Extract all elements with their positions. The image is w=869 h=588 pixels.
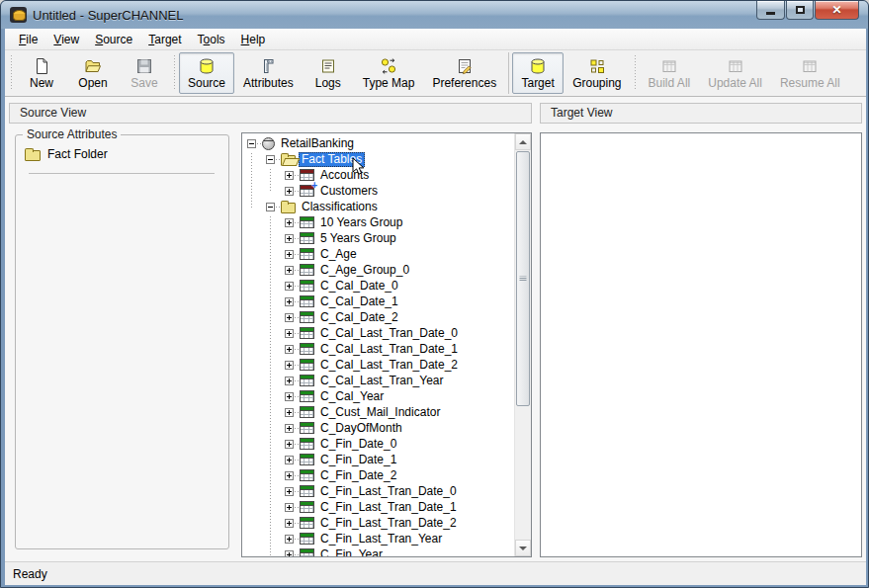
- tree-expander[interactable]: [285, 408, 294, 417]
- logs-button[interactable]: Logs: [303, 52, 354, 94]
- tree-expander[interactable]: [285, 345, 294, 354]
- menu-item[interactable]: Tools: [190, 31, 233, 48]
- title-bar[interactable]: Untitled - SuperCHANNEL ✕: [1, 1, 868, 29]
- tree-expander[interactable]: [285, 313, 294, 322]
- source-button-label: Source: [188, 76, 225, 90]
- resume-all-button[interactable]: Resume All: [771, 52, 849, 94]
- tree-item[interactable]: C_Fin_Date_2: [242, 467, 514, 483]
- tree-item[interactable]: C_Fin_Year: [242, 546, 514, 556]
- tree-item[interactable]: C_Cal_Last_Tran_Date_2: [242, 357, 514, 373]
- toolbar-gripper[interactable]: [9, 55, 14, 91]
- database-gray-icon: [262, 137, 275, 150]
- tree-expander[interactable]: [285, 361, 294, 370]
- tree-item[interactable]: 5 Years Group: [242, 230, 514, 246]
- tree-expander[interactable]: [285, 535, 294, 544]
- tree-item-label: C_Cal_Last_Tran_Year: [317, 374, 447, 388]
- tree-expander[interactable]: [285, 297, 294, 306]
- scrollbar-thumb[interactable]: [516, 151, 530, 406]
- tree-item[interactable]: RetailBanking: [242, 135, 514, 151]
- app-window: Untitled - SuperCHANNEL ✕ File View Sour…: [0, 0, 869, 588]
- tree-item[interactable]: C_Fin_Date_0: [242, 436, 514, 452]
- tree-item[interactable]: Accounts: [242, 167, 514, 183]
- open-button[interactable]: Open: [67, 52, 119, 94]
- tree-expander[interactable]: [285, 282, 294, 291]
- maximize-button[interactable]: [786, 1, 814, 20]
- tree-expander[interactable]: [285, 377, 294, 385]
- table-green-icon: [300, 343, 314, 355]
- tree-expander[interactable]: [285, 471, 294, 480]
- tree-item[interactable]: C_Cust_Mail_Indicator: [242, 404, 514, 420]
- toolbar-gripper[interactable]: [633, 55, 638, 91]
- menu-item[interactable]: Source: [87, 31, 140, 48]
- tree-item[interactable]: C_Fin_Date_1: [242, 452, 514, 467]
- target-view-header: Target View: [540, 103, 862, 124]
- tree-expander[interactable]: [285, 503, 294, 512]
- tree-item[interactable]: C_Fin_Last_Tran_Date_0: [242, 483, 514, 499]
- tree-item[interactable]: Fact Tables: [242, 151, 514, 167]
- target-button-label: Target: [521, 76, 554, 90]
- grouping-button[interactable]: Grouping: [564, 52, 630, 94]
- tree-expander[interactable]: [266, 203, 275, 211]
- tree-item[interactable]: C_Cal_Year: [242, 388, 514, 404]
- tree-item-label: 5 Years Group: [317, 231, 399, 246]
- tree-item[interactable]: C_Cal_Date_0: [242, 278, 514, 294]
- source-tree-panel: RetailBanking Fact Tables Accounts + Cus…: [241, 132, 532, 557]
- minimize-button[interactable]: [756, 1, 785, 20]
- tree-item[interactable]: Classifications: [242, 199, 514, 214]
- maximize-icon: [796, 6, 805, 14]
- tree-expander[interactable]: [285, 550, 294, 557]
- tree-expander[interactable]: [285, 519, 294, 528]
- tree-expander[interactable]: [285, 266, 294, 275]
- type-map-icon: [380, 57, 397, 75]
- menu-item[interactable]: View: [45, 31, 87, 48]
- source-button[interactable]: Source: [179, 52, 234, 94]
- tree-connector: [295, 286, 299, 287]
- tree-item[interactable]: C_Fin_Last_Tran_Year: [242, 531, 514, 546]
- preferences-button[interactable]: Preferences: [423, 52, 505, 94]
- fact-folder-item[interactable]: Fact Folder: [25, 147, 108, 161]
- typemap-button[interactable]: Type Map: [354, 52, 424, 94]
- tree-item-label: C_Cal_Last_Tran_Date_0: [317, 326, 461, 341]
- tree-expander[interactable]: [285, 424, 294, 433]
- new-button[interactable]: New: [16, 52, 67, 94]
- tree-expander[interactable]: [285, 187, 294, 196]
- toolbar-separator: [508, 52, 509, 94]
- build-all-button[interactable]: Build All: [640, 52, 700, 94]
- tree-expander[interactable]: [285, 250, 294, 259]
- tree-expander[interactable]: [285, 392, 294, 401]
- scroll-down-button[interactable]: [515, 540, 531, 556]
- tree-item[interactable]: C_Cal_Date_1: [242, 294, 514, 309]
- tree-scrollbar[interactable]: [514, 133, 531, 556]
- tree-item[interactable]: 10 Years Group: [242, 214, 514, 230]
- tree-expander[interactable]: [285, 218, 294, 227]
- tree-item[interactable]: C_Cal_Date_2: [242, 309, 514, 325]
- tree-item[interactable]: C_Cal_Last_Tran_Date_1: [242, 341, 514, 357]
- tree-expander[interactable]: [285, 171, 294, 180]
- menu-item[interactable]: File: [11, 31, 45, 48]
- menu-item[interactable]: Help: [233, 31, 274, 48]
- tree-expander[interactable]: [285, 456, 294, 464]
- tree-item[interactable]: C_Fin_Last_Tran_Date_1: [242, 499, 514, 515]
- tree-item[interactable]: C_Age: [242, 246, 514, 262]
- tree-expander[interactable]: [285, 440, 294, 449]
- tree-expander[interactable]: [285, 329, 294, 338]
- tree-item[interactable]: C_DayOfMonth: [242, 420, 514, 436]
- save-button[interactable]: Save: [119, 52, 170, 94]
- tree-expander[interactable]: [285, 487, 294, 496]
- tree-item[interactable]: + Customers: [242, 183, 514, 199]
- tree-expander[interactable]: [285, 234, 294, 243]
- tree-expander[interactable]: [247, 139, 256, 148]
- toolbar-gripper[interactable]: [172, 55, 177, 91]
- attributes-button[interactable]: Attributes: [234, 52, 303, 94]
- update-all-button-label: Update All: [708, 76, 762, 90]
- close-button[interactable]: ✕: [815, 1, 859, 20]
- tree-item[interactable]: C_Fin_Last_Tran_Date_2: [242, 515, 514, 531]
- scroll-up-button[interactable]: [515, 133, 531, 150]
- target-button[interactable]: Target: [512, 52, 564, 94]
- tree-item[interactable]: C_Cal_Last_Tran_Year: [242, 373, 514, 388]
- tree-item[interactable]: C_Cal_Last_Tran_Date_0: [242, 325, 514, 341]
- menu-item[interactable]: Target: [140, 31, 189, 48]
- tree-expander[interactable]: [266, 155, 275, 164]
- tree-item[interactable]: C_Age_Group_0: [242, 262, 514, 278]
- update-all-button[interactable]: Update All: [699, 52, 771, 94]
